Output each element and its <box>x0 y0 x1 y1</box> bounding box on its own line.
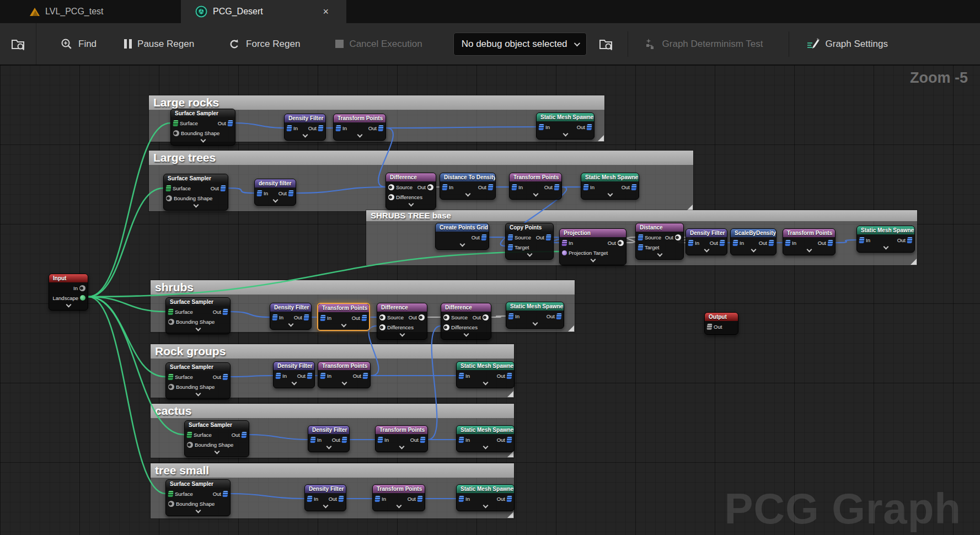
input-pin-in[interactable]: In <box>459 496 470 502</box>
node-collapse-chevron-icon[interactable] <box>751 247 756 253</box>
node-collapse-chevron-icon[interactable] <box>195 391 201 397</box>
input-pin-surface[interactable]: Surface <box>168 374 193 380</box>
node-collapse-chevron-icon[interactable] <box>200 137 206 143</box>
output-pin-out[interactable]: Out <box>478 184 493 190</box>
node-collapse-chevron-icon[interactable] <box>465 191 470 197</box>
node-collapse-chevron-icon[interactable] <box>563 131 568 137</box>
input-pin-in[interactable]: In <box>257 190 268 196</box>
input-pin-in[interactable]: In <box>307 496 318 502</box>
input-pin-bounding-shape[interactable]: Bounding Shape <box>168 319 215 325</box>
node-collapse-chevron-icon[interactable] <box>883 244 888 250</box>
input-pin-in[interactable]: In <box>539 124 550 130</box>
node-collapse-chevron-icon[interactable] <box>195 508 201 513</box>
output-pin-in[interactable]: In <box>73 285 85 291</box>
output-pin-out[interactable]: Out <box>353 373 368 379</box>
input-pin-bounding-shape[interactable]: Bounding Shape <box>168 384 215 390</box>
node-collapse-chevron-icon[interactable] <box>806 247 812 253</box>
output-pin-out[interactable]: Out <box>577 124 592 130</box>
node-static-mesh-spawner-sms3[interactable]: Static Mesh SpawnerInOut <box>856 226 915 253</box>
output-pin-out[interactable]: Out <box>329 496 344 502</box>
node-density-filter-df4[interactable]: Density FilterInOut <box>270 303 312 330</box>
node-transform-points-tp7[interactable]: Transform PointsInOut <box>372 484 425 511</box>
node-surface-sampler-ss6[interactable]: Surface SamplerSurfaceOutBounding Shape <box>165 479 231 516</box>
output-pin-out[interactable]: Out <box>497 496 512 502</box>
node-transform-points-tp2[interactable]: Transform PointsInOut <box>509 173 562 200</box>
node-collapse-chevron-icon[interactable] <box>214 449 219 454</box>
debug-browse-icon[interactable] <box>599 38 613 51</box>
input-pin-in[interactable]: In <box>336 125 347 131</box>
pause-regen-button[interactable]: Pause Regen <box>124 39 194 50</box>
input-pin-in[interactable]: In <box>583 184 595 190</box>
force-regen-button[interactable]: Force Regen <box>228 38 300 50</box>
node-collapse-chevron-icon[interactable] <box>527 252 532 257</box>
input-pin-source[interactable]: Source <box>508 234 531 240</box>
node-collapse-chevron-icon[interactable] <box>532 320 538 326</box>
node-transform-points-tp1[interactable]: Transform PointsInOut <box>333 114 386 141</box>
node-collapse-chevron-icon[interactable] <box>341 322 346 328</box>
node-collapse-chevron-icon[interactable] <box>399 331 405 337</box>
output-pin-out[interactable]: Out <box>218 120 233 126</box>
node-scalebydensity-sbd[interactable]: ScaleByDensityInOut <box>730 228 776 255</box>
pcg-graph-canvas[interactable]: Zoom -5 PCG Graph Large rocksLarge trees… <box>0 65 980 535</box>
node-transform-points-tp3[interactable]: Transform PointsInOut <box>783 228 836 255</box>
input-pin-surface[interactable]: Surface <box>168 309 193 315</box>
input-pin-in[interactable]: In <box>459 373 470 379</box>
close-tab-icon[interactable]: × <box>319 6 332 18</box>
graph-settings-button[interactable]: Graph Settings <box>806 38 888 51</box>
node-collapse-chevron-icon[interactable] <box>302 132 308 138</box>
input-pin-source[interactable]: Source <box>638 234 661 240</box>
input-pin-bounding-shape[interactable]: Bounding Shape <box>168 501 215 507</box>
output-pin-out[interactable]: Out <box>332 437 347 443</box>
node-collapse-chevron-icon[interactable] <box>704 247 709 253</box>
node-static-mesh-spawner-sms1[interactable]: Static Mesh SpawnerInOut <box>536 113 595 140</box>
node-density-filter-df2[interactable]: density filterInOut <box>254 179 296 206</box>
node-surface-sampler-ss2[interactable]: Surface SamplerSurfaceOutBounding Shape <box>163 174 228 211</box>
output-pin-out[interactable]: Out <box>818 240 833 246</box>
node-collapse-chevron-icon[interactable] <box>590 257 596 263</box>
node-static-mesh-spawner-sms6[interactable]: Static Mesh SpawnerInOut <box>456 425 515 452</box>
input-pin-in[interactable]: In <box>276 373 287 379</box>
input-pin-in[interactable]: In <box>310 437 322 443</box>
output-pin-out[interactable]: Out <box>368 125 383 131</box>
node-collapse-chevron-icon[interactable] <box>195 326 201 331</box>
node-collapse-chevron-icon[interactable] <box>288 322 293 327</box>
output-pin-out[interactable]: Out <box>213 309 228 315</box>
node-collapse-chevron-icon[interactable] <box>341 380 347 386</box>
find-button[interactable]: Find <box>61 38 97 50</box>
node-collapse-chevron-icon[interactable] <box>291 380 297 386</box>
output-pin-out[interactable]: Out <box>473 314 489 320</box>
node-collapse-chevron-icon[interactable] <box>607 191 613 197</box>
node-copy-points-cp[interactable]: Copy PointsSourceOutTarget <box>505 223 554 260</box>
input-pin-in[interactable]: In <box>512 184 523 190</box>
input-pin-surface[interactable]: Surface <box>168 491 193 497</box>
node-difference-diff3[interactable]: DifferenceSourceOutDifferences <box>441 303 491 340</box>
output-pin-out[interactable]: Out <box>544 184 559 190</box>
input-pin-in[interactable]: In <box>733 240 744 246</box>
node-distance-to-density-dtd[interactable]: Distance To DensityInOut <box>440 173 496 200</box>
browse-in-content-icon[interactable] <box>11 38 25 51</box>
input-pin-differences[interactable]: Differences <box>379 324 414 330</box>
input-pin-in[interactable]: In <box>859 237 870 243</box>
node-collapse-chevron-icon[interactable] <box>66 302 71 308</box>
node-collapse-chevron-icon[interactable] <box>483 380 488 386</box>
node-collapse-chevron-icon[interactable] <box>357 132 362 138</box>
node-static-mesh-spawner-sms2[interactable]: Static Mesh SpawnerInOut <box>581 173 639 200</box>
input-pin-in[interactable]: In <box>272 314 283 320</box>
node-difference-diff2[interactable]: DifferenceSourceOutDifferences <box>377 303 427 340</box>
output-pin-out[interactable]: Out <box>308 125 323 131</box>
output-pin-out[interactable]: Out <box>297 373 312 379</box>
input-pin-differences[interactable]: Differences <box>388 194 422 200</box>
input-pin-in[interactable]: In <box>562 240 573 246</box>
node-static-mesh-spawner-sms7[interactable]: Static Mesh SpawnerInOut <box>456 484 515 511</box>
node-surface-sampler-ss5[interactable]: Surface SamplerSurfaceOutBounding Shape <box>184 420 249 457</box>
node-projection-proj[interactable]: ProjectionInOutProjection Target <box>559 228 626 265</box>
node-transform-points-tp6[interactable]: Transform PointsInOut <box>375 425 428 452</box>
node-surface-sampler-ss4[interactable]: Surface SamplerSurfaceOutBounding Shape <box>165 362 231 399</box>
node-static-mesh-spawner-sms4[interactable]: Static Mesh SpawnerInOut <box>506 302 564 329</box>
node-density-filter-df5[interactable]: Density FilterInOut <box>273 361 315 388</box>
node-static-mesh-spawner-sms5[interactable]: Static Mesh SpawnerInOut <box>456 361 515 388</box>
output-pin-out[interactable]: Out <box>410 437 425 443</box>
node-collapse-chevron-icon[interactable] <box>323 503 328 509</box>
output-pin-out[interactable]: Out <box>417 184 433 190</box>
node-surface-sampler-ss1[interactable]: Surface SamplerSurfaceOutBounding Shape <box>170 109 235 146</box>
